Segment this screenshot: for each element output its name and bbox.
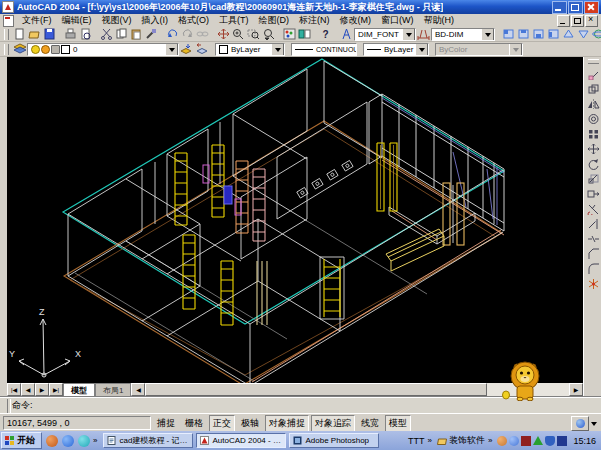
menu-help[interactable]: 帮助(H) [419,14,460,27]
language-overflow-chevron[interactable]: » [428,436,432,445]
undo-icon[interactable] [165,28,180,41]
rotate-icon[interactable] [586,156,601,171]
tab-nav-next-button[interactable]: ▶ [35,383,49,396]
move-icon[interactable] [586,141,601,156]
layer-previous-icon[interactable] [194,43,209,56]
fillet-icon[interactable] [586,261,601,276]
restore-button[interactable] [568,1,583,14]
lion-mascot[interactable] [500,359,550,401]
help-icon[interactable]: ? [318,28,333,41]
status-ortho-button[interactable]: 正交 [209,415,235,432]
toolbar-grip[interactable] [4,29,9,40]
front-view-icon[interactable] [531,28,546,41]
cut-icon[interactable] [99,28,114,41]
status-otrack-button[interactable]: 对象追踪 [311,415,355,432]
tray-icon-1[interactable] [497,436,507,446]
named-views-icon[interactable] [501,28,516,41]
tray-app-folder-icon[interactable] [437,436,447,446]
3d-orbit-icon[interactable] [591,28,601,41]
language-indicator[interactable]: TTT [408,436,425,446]
minimize-button[interactable] [552,1,567,14]
status-lineweight-button[interactable]: 线宽 [357,415,383,432]
tray-icon-6[interactable] [557,436,567,446]
copy-object-icon[interactable] [586,81,601,96]
hyperlink-icon[interactable] [195,28,210,41]
mdi-close-button[interactable] [585,15,598,27]
toolbar-grip[interactable] [588,59,599,64]
tab-nav-last-button[interactable]: ▶| [49,383,63,396]
layer-on-bulb-icon[interactable] [31,45,40,54]
status-osnap-button[interactable]: 对象捕捉 [265,415,309,432]
tab-layout1[interactable]: 布局1 [95,383,131,396]
plot-preview-icon[interactable] [78,28,93,41]
status-polar-button[interactable]: 极轴 [237,415,263,432]
linetype-combo[interactable]: CONTINUOUS [291,43,357,56]
lineweight-combo[interactable]: ByLayer [363,43,429,56]
properties-icon[interactable] [282,28,297,41]
status-model-button[interactable]: 模型 [385,415,411,432]
break-icon[interactable] [586,231,601,246]
menu-modify[interactable]: 修改(M) [335,14,377,27]
status-tray-arrow[interactable] [591,422,597,429]
paste-icon[interactable] [129,28,144,41]
scale-icon[interactable] [586,171,601,186]
status-grid-button[interactable]: 栅格 [181,415,207,432]
trim-icon[interactable] [586,201,601,216]
match-properties-icon[interactable] [144,28,159,41]
communication-center-button[interactable] [571,416,589,431]
sw-isometric-icon[interactable] [576,28,591,41]
left-view-icon[interactable] [546,28,561,41]
scroll-right-button[interactable]: ▶ [569,383,583,396]
tray-icon-up-arrow[interactable] [533,436,543,445]
new-icon[interactable] [12,28,27,41]
chamfer-icon[interactable] [586,246,601,261]
dropdown-arrow[interactable] [481,28,494,41]
menu-insert[interactable]: 插入(I) [137,14,174,27]
tab-nav-prev-button[interactable]: ◀ [21,383,35,396]
menu-file[interactable]: 文件(F) [17,14,57,27]
menu-edit[interactable]: 编辑(E) [57,14,97,27]
se-isometric-icon[interactable] [561,28,576,41]
tab-model[interactable]: 模型 [63,383,95,396]
text-style-combo[interactable]: DIM_FONT [354,28,416,41]
make-layer-current-icon[interactable] [179,43,194,56]
array-icon[interactable] [586,126,601,141]
toolbar-grip[interactable] [4,44,9,55]
zoom-window-icon[interactable] [246,28,261,41]
offset-icon[interactable] [586,111,601,126]
extend-icon[interactable] [586,216,601,231]
start-button[interactable]: 开始 [1,432,42,449]
dropdown-arrow[interactable] [271,43,284,56]
quick-launch-icon-3[interactable] [78,435,90,447]
drawing-document-icon[interactable] [3,15,14,27]
tray-app-label[interactable]: 装饰软件 [449,434,485,447]
save-icon[interactable] [42,28,57,41]
erase-icon[interactable] [586,66,601,81]
plot-icon[interactable] [63,28,78,41]
status-snap-button[interactable]: 捕捉 [153,415,179,432]
zoom-previous-icon[interactable] [261,28,276,41]
drawing-viewport[interactable]: Z Y X [7,57,583,383]
dropdown-arrow[interactable] [402,28,415,41]
explode-icon[interactable] [586,276,601,291]
menu-tools[interactable]: 工具(T) [214,14,254,27]
menu-window[interactable]: 窗口(W) [376,14,419,27]
layer-freeze-sun-icon[interactable] [41,45,50,54]
mdi-minimize-button[interactable] [557,15,570,27]
tray-icon-2[interactable] [509,436,519,446]
pan-realtime-icon[interactable] [216,28,231,41]
taskbar-autocad-button[interactable]: AutoCAD 2004 - [f:\... [196,433,286,448]
taskbar-notepad-button[interactable]: cad建模教程 - 记事本 [103,433,193,448]
menu-dimension[interactable]: 标注(N) [294,14,335,27]
command-prompt[interactable]: 命令: [12,399,33,412]
color-combo[interactable]: ByLayer [215,43,285,56]
scroll-left-button[interactable]: ◀ [131,383,145,396]
tray-icon-3[interactable] [521,436,531,446]
dropdown-arrow[interactable] [415,43,428,56]
quick-launch-icon-1[interactable] [46,435,58,447]
taskbar-photoshop-button[interactable]: Adobe Photoshop [289,433,379,448]
tab-nav-first-button[interactable]: |◀ [7,383,21,396]
mirror-icon[interactable] [586,96,601,111]
layer-lock-icon[interactable] [51,45,60,54]
layer-color-swatch[interactable] [61,45,70,54]
